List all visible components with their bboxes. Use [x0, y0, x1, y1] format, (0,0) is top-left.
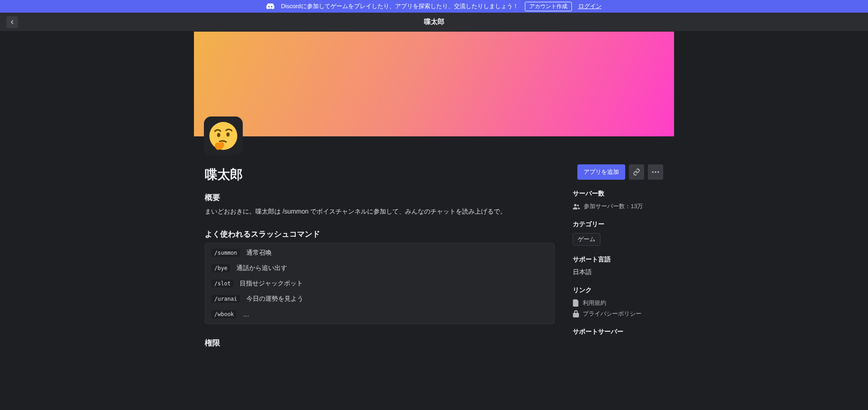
- page-header: 喋太郎: [0, 13, 868, 32]
- slash-cmd: /wbook: [212, 310, 236, 318]
- create-account-button[interactable]: アカウント作成: [525, 2, 572, 11]
- more-icon: [652, 171, 659, 173]
- svg-point-2: [226, 132, 230, 136]
- slash-command-list: /summon 通常召喚 /bye 通話から追い出す /slot 目指せジャック…: [205, 243, 555, 324]
- slash-row: /summon 通常召喚: [205, 245, 554, 261]
- back-button[interactable]: [6, 16, 18, 28]
- discord-icon: [266, 3, 274, 9]
- lock-icon: [573, 310, 579, 317]
- thinking-face-icon: [208, 121, 238, 151]
- slash-desc: 目指せジャックポット: [240, 280, 303, 288]
- avatar: [204, 116, 243, 155]
- slash-row: /bye 通話から追い出す: [205, 261, 554, 276]
- svg-point-4: [655, 171, 656, 172]
- category-chip[interactable]: ゲーム: [573, 233, 600, 246]
- profile-banner: [194, 32, 674, 136]
- users-icon: [573, 203, 580, 210]
- slash-row: /uranai 今日の運勢を見よう: [205, 291, 554, 307]
- svg-point-1: [217, 133, 220, 137]
- language-value: 日本語: [573, 268, 663, 276]
- app-name: 喋太郎: [205, 166, 555, 183]
- svg-point-3: [652, 171, 653, 172]
- slash-cmd: /bye: [212, 264, 230, 272]
- document-icon: [573, 299, 579, 307]
- privacy-link[interactable]: プライバシーポリシー: [573, 310, 663, 318]
- login-link[interactable]: ログイン: [578, 2, 602, 10]
- terms-label: 利用規約: [583, 299, 606, 307]
- category-heading: カテゴリー: [573, 220, 663, 228]
- overview-heading: 概要: [205, 192, 555, 203]
- promo-text: Discordに参加してゲームをプレイしたり、アプリを探索したり、交流したりしま…: [281, 2, 518, 10]
- add-app-button[interactable]: アプリを追加: [577, 164, 625, 180]
- support-server-heading: サポートサーバー: [573, 328, 663, 336]
- slash-row: /slot 目指せジャックポット: [205, 276, 554, 291]
- privacy-label: プライバシーポリシー: [583, 310, 642, 318]
- overview-text: まいどおおきに。喋太郎は /summon でボイスチャンネルに参加して、みんなの…: [205, 206, 555, 216]
- slash-cmd: /slot: [212, 280, 233, 288]
- servers-value: 参加サーバー数：13万: [584, 202, 643, 210]
- slash-desc: 通常召喚: [246, 249, 272, 257]
- permissions-heading: 権限: [205, 338, 555, 348]
- slash-cmd: /uranai: [212, 295, 240, 303]
- slash-row: /wbook …: [205, 307, 554, 322]
- copy-link-button[interactable]: [629, 164, 644, 180]
- language-heading: サポート言語: [573, 256, 663, 264]
- terms-link[interactable]: 利用規約: [573, 299, 663, 307]
- more-button[interactable]: [648, 164, 663, 180]
- svg-point-7: [577, 205, 579, 206]
- svg-point-5: [657, 171, 659, 172]
- links-heading: リンク: [573, 286, 663, 294]
- slash-desc: …: [243, 311, 249, 318]
- slash-desc: 通話から追い出す: [236, 264, 287, 272]
- slash-cmd: /summon: [212, 249, 240, 257]
- promo-bar: Discordに参加してゲームをプレイしたり、アプリを探索したり、交流したりしま…: [0, 0, 868, 13]
- link-icon: [633, 168, 640, 176]
- slash-heading: よく使われるスラッシュコマンド: [205, 229, 555, 239]
- slash-desc: 今日の運勢を見よう: [246, 295, 303, 303]
- servers-heading: サーバー数: [573, 190, 663, 198]
- page-title: 喋太郎: [424, 18, 444, 26]
- svg-point-6: [574, 204, 576, 206]
